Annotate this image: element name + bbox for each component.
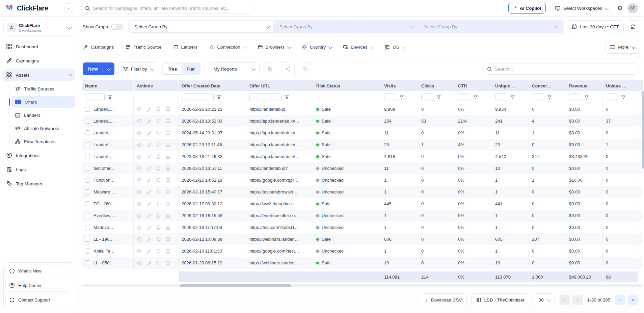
column-filter-input[interactable] [249, 94, 281, 101]
preview-icon[interactable] [137, 189, 142, 195]
edit-icon[interactable] [146, 189, 152, 194]
my-reports-select[interactable]: My Reports [209, 62, 260, 75]
row-checkbox[interactable] [85, 237, 90, 242]
archive-icon[interactable] [165, 130, 171, 136]
row-checkbox[interactable] [85, 166, 90, 171]
archive-icon[interactable] [165, 107, 171, 112]
horizontal-scrollbar[interactable] [82, 284, 643, 287]
column-filter-input[interactable] [182, 94, 214, 101]
flat-option[interactable]: Flat [182, 63, 199, 74]
horizontal-scrollbar-thumb[interactable] [180, 284, 291, 287]
edit-icon[interactable] [146, 142, 152, 147]
column-filter-input[interactable] [85, 94, 105, 101]
column-header[interactable]: Offer URL [246, 80, 313, 91]
group-by-select-1[interactable]: Select Group By [129, 21, 274, 33]
global-search[interactable] [81, 3, 253, 14]
archive-icon[interactable] [165, 260, 171, 266]
preview-icon[interactable] [137, 142, 142, 148]
user-avatar[interactable]: CF [627, 3, 638, 14]
last-page-button[interactable]: » [628, 295, 638, 305]
date-range-button[interactable]: Last 30 days • CET [567, 20, 624, 33]
preview-icon[interactable] [137, 213, 142, 218]
sidebar-collapse-button[interactable]: ‹ [64, 3, 73, 13]
tree-option[interactable]: Tree [163, 63, 182, 74]
edit-icon[interactable] [146, 249, 152, 254]
tab-traffic-source[interactable]: Traffic Source [125, 45, 161, 50]
edit-icon[interactable] [146, 178, 152, 183]
next-page-button[interactable]: › [615, 295, 625, 305]
sidebar-item-assets[interactable]: Assets [3, 69, 75, 81]
sidebar-item-affiliate-networks[interactable]: Affiliate Networks [11, 122, 75, 134]
sidebar-item-tag-manager[interactable]: Tag Manager [3, 177, 75, 190]
column-header[interactable]: Offer Created Date [179, 80, 246, 91]
sidebar-item-offers[interactable]: Offers [11, 96, 75, 108]
download-csv-button[interactable]: ↓ Download CSV [421, 293, 467, 306]
prev-page-button[interactable]: ‹ [572, 295, 583, 305]
column-filter-input[interactable] [421, 94, 433, 101]
first-page-button[interactable]: « [560, 295, 570, 305]
edit-icon[interactable] [146, 119, 152, 124]
preview-icon[interactable] [137, 130, 142, 136]
row-checkbox[interactable] [85, 201, 90, 206]
column-filter-input[interactable] [606, 94, 618, 101]
preview-icon[interactable] [137, 107, 142, 112]
duplicate-icon[interactable] [156, 178, 161, 183]
preview-icon[interactable] [137, 225, 142, 230]
column-header[interactable]: Visits [381, 80, 418, 91]
preview-icon[interactable] [137, 249, 142, 254]
edit-icon[interactable] [146, 225, 152, 230]
row-checkbox[interactable] [85, 249, 90, 254]
archive-icon[interactable] [165, 249, 171, 254]
row-checkbox[interactable] [85, 260, 90, 265]
edit-icon[interactable] [146, 107, 152, 112]
sidebar-item-integrations[interactable]: Integrations [3, 149, 75, 162]
help-center-button[interactable]: Help Center [6, 279, 72, 291]
row-checkbox[interactable] [85, 107, 90, 112]
row-checkbox[interactable] [85, 178, 90, 183]
archive-icon[interactable] [165, 189, 171, 195]
duplicate-icon[interactable] [156, 119, 161, 124]
sidebar-item-campaigns[interactable]: Campaigns [3, 54, 75, 67]
duplicate-icon[interactable] [156, 249, 161, 254]
tab-browsers[interactable]: Browsers [258, 45, 290, 50]
archive-icon[interactable] [165, 166, 171, 171]
column-header[interactable]: Unique … [603, 80, 638, 91]
edit-icon[interactable] [146, 201, 152, 206]
archive-icon[interactable] [165, 119, 171, 124]
column-filter-input[interactable] [495, 94, 507, 101]
duplicate-icon[interactable] [156, 166, 161, 171]
sidebar-item-dashboard[interactable]: Dashboard [3, 40, 75, 53]
ai-copilot-button[interactable]: AI Copilot [508, 3, 546, 14]
tab-campaigns[interactable]: Campaigns [83, 45, 114, 50]
row-checkbox[interactable] [85, 213, 90, 218]
select-workspaces-button[interactable]: Select Workspaces [551, 2, 612, 14]
tab-os[interactable]: OS [384, 45, 405, 50]
gear-icon[interactable]: ⚙ [617, 5, 623, 11]
tab-devices[interactable]: Devices [343, 45, 373, 50]
page-size-select[interactable]: 30 [534, 293, 555, 306]
column-header[interactable]: Clicks [418, 80, 455, 91]
preview-icon[interactable] [137, 260, 142, 266]
duplicate-icon[interactable] [156, 225, 161, 230]
column-header[interactable]: Risk Status [313, 80, 381, 91]
row-checkbox[interactable] [85, 119, 90, 124]
row-checkbox[interactable] [85, 154, 90, 159]
column-header[interactable]: Actions [134, 80, 179, 91]
preview-icon[interactable] [137, 201, 142, 207]
filter-by-button[interactable]: Filter by [118, 62, 158, 75]
column-filter-input[interactable] [384, 94, 396, 101]
edit-icon[interactable] [146, 213, 152, 218]
column-header[interactable]: CTR [455, 80, 492, 91]
group-by-select-3[interactable]: Select Group By [419, 21, 563, 33]
edit-icon[interactable] [146, 154, 152, 159]
sidebar-item-landers[interactable]: Landers [11, 109, 75, 121]
duplicate-icon[interactable] [156, 213, 161, 218]
new-button[interactable]: New [83, 62, 114, 75]
refresh-button[interactable] [627, 20, 639, 33]
duplicate-icon[interactable] [156, 142, 161, 147]
edit-icon[interactable] [146, 166, 152, 171]
archive-icon[interactable] [165, 154, 171, 159]
sidebar-item-flow-templates[interactable]: Flow Templates [11, 135, 75, 148]
table-search-input[interactable] [495, 67, 635, 72]
row-checkbox[interactable] [85, 189, 90, 194]
